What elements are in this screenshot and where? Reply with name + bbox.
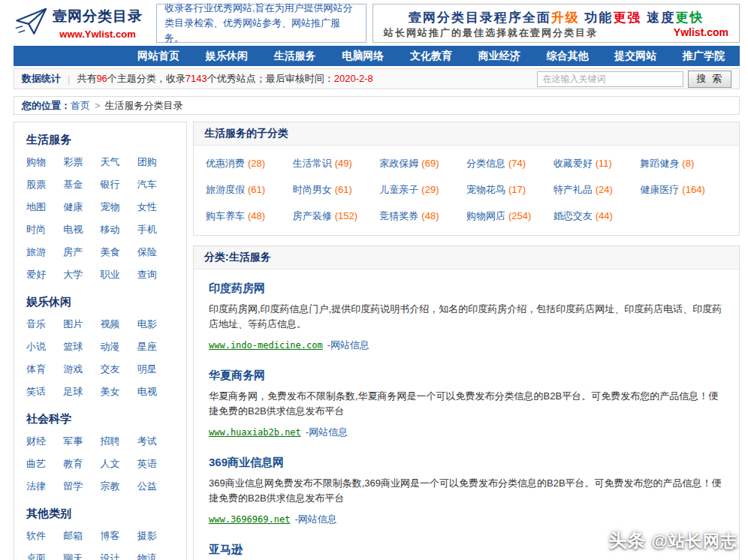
subcategory-link[interactable]: 房产装修: [293, 210, 332, 221]
sidebar-link[interactable]: 篮球: [63, 340, 100, 354]
subcategory-link[interactable]: 宠物花鸟: [466, 184, 505, 195]
site-info-link[interactable]: -网站信息: [306, 426, 348, 438]
sidebar-link[interactable]: 视频: [101, 318, 137, 331]
sidebar-link[interactable]: 天气: [101, 155, 137, 169]
subcategory-link[interactable]: 婚恋交友: [553, 210, 593, 221]
sidebar-link[interactable]: 动漫: [101, 340, 137, 354]
sidebar-link[interactable]: 爱好: [26, 268, 63, 282]
subcategory-link[interactable]: 时尚男女: [293, 184, 332, 195]
sidebar-link[interactable]: 招聘: [101, 435, 137, 448]
sidebar-link[interactable]: 笑话: [26, 385, 63, 399]
site-title-link[interactable]: 华夏商务网: [209, 369, 265, 383]
sidebar-link[interactable]: 留学: [63, 480, 100, 493]
search-button[interactable]: 搜 索: [688, 71, 731, 88]
sidebar-link[interactable]: 移动: [101, 223, 137, 236]
site-title-link[interactable]: 亚马逊: [209, 543, 243, 557]
breadcrumb-home-link[interactable]: 首页: [71, 99, 90, 113]
sidebar-link[interactable]: 设计: [101, 552, 137, 560]
sidebar-link[interactable]: 财经: [26, 435, 63, 448]
sidebar-link[interactable]: 电视: [137, 385, 174, 399]
subcategory-link[interactable]: 健康医疗: [640, 184, 679, 195]
sidebar-link[interactable]: 公益: [137, 480, 174, 493]
sidebar-link[interactable]: 保险: [137, 245, 174, 259]
nav-item[interactable]: 提交网站: [614, 50, 656, 63]
subcategory-link[interactable]: 收藏爱好: [553, 158, 593, 169]
sidebar-link[interactable]: 聊天: [63, 552, 100, 560]
subcategory-link[interactable]: 儿童亲子: [379, 184, 418, 195]
site-url-link[interactable]: www.3696969.net: [209, 514, 290, 525]
site-info-link[interactable]: -网站信息: [327, 339, 369, 351]
sidebar-link[interactable]: 购物: [26, 155, 63, 169]
subcategory-link[interactable]: 优惠消费: [206, 158, 245, 169]
site-title-link[interactable]: 印度药房网: [209, 282, 265, 296]
sidebar-link[interactable]: 彩票: [63, 155, 100, 169]
search-input[interactable]: [537, 71, 683, 87]
subcategory-link[interactable]: 分类信息: [466, 158, 505, 169]
sidebar-link[interactable]: 军事: [63, 435, 100, 448]
sidebar-link[interactable]: 图片: [63, 318, 100, 331]
sidebar-link[interactable]: 旅游: [26, 245, 63, 259]
nav-item[interactable]: 电脑网络: [342, 50, 384, 63]
site-title-link[interactable]: 369商业信息网: [209, 456, 284, 470]
sidebar-link[interactable]: 博客: [101, 529, 137, 543]
subcategory-link[interactable]: 舞蹈健身: [640, 158, 679, 169]
sidebar-link[interactable]: 英语: [137, 457, 174, 471]
sidebar-link[interactable]: 宗教: [101, 480, 137, 493]
sidebar-link[interactable]: 地图: [26, 200, 63, 214]
nav-item[interactable]: 文化教育: [410, 50, 452, 63]
sidebar-link[interactable]: 软件: [26, 529, 63, 543]
subcategory-link[interactable]: 家政保姆: [379, 158, 418, 169]
sidebar-link[interactable]: 职业: [101, 268, 137, 282]
sidebar-link[interactable]: 桌面: [26, 552, 63, 560]
sidebar-link[interactable]: 美女: [101, 385, 137, 399]
sidebar-link[interactable]: 小说: [26, 340, 63, 354]
sidebar-link[interactable]: 法律: [26, 480, 63, 493]
nav-item[interactable]: 综合其他: [547, 50, 589, 63]
sidebar-link[interactable]: 游戏: [63, 363, 100, 376]
subcategory-link[interactable]: 购物网店: [466, 210, 505, 221]
nav-item[interactable]: 生活服务: [274, 50, 316, 63]
sidebar-link[interactable]: 音乐: [26, 318, 63, 331]
site-logo[interactable]: 壹网分类目录 www.Ywlist.com: [14, 4, 150, 43]
sidebar-link[interactable]: 团购: [137, 155, 174, 169]
sidebar-link[interactable]: 汽车: [137, 178, 174, 191]
sidebar-link[interactable]: 足球: [63, 385, 100, 399]
sidebar-link[interactable]: 房产: [63, 245, 100, 259]
sidebar-link[interactable]: 邮箱: [63, 529, 100, 543]
sidebar-link[interactable]: 教育: [63, 457, 100, 471]
sidebar-link[interactable]: 股票: [26, 178, 63, 191]
sidebar-link[interactable]: 考试: [137, 435, 174, 448]
nav-item[interactable]: 娱乐休闲: [206, 50, 248, 63]
sidebar-link[interactable]: 电影: [137, 318, 174, 331]
sidebar-link[interactable]: 星座: [137, 340, 174, 354]
sidebar-link[interactable]: 女性: [137, 200, 174, 214]
sidebar-link[interactable]: 曲艺: [26, 457, 63, 471]
sidebar-link[interactable]: 银行: [101, 178, 137, 191]
sidebar-link[interactable]: 手机: [137, 223, 174, 236]
nav-item[interactable]: 商业经济: [478, 50, 520, 63]
sidebar-link[interactable]: 物流: [137, 552, 174, 560]
subcategory-link[interactable]: 特产礼品: [553, 184, 593, 195]
site-info-link[interactable]: -网站信息: [294, 513, 336, 525]
subcategory-link[interactable]: 旅游度假: [206, 184, 245, 195]
subcategory-link[interactable]: 竞猜奖券: [379, 210, 418, 221]
sidebar-link[interactable]: 明星: [137, 363, 174, 376]
sidebar-link[interactable]: 电视: [63, 223, 100, 236]
sidebar-link[interactable]: 基金: [63, 178, 100, 191]
subcategory-link[interactable]: 购车养车: [206, 210, 245, 221]
site-url-link[interactable]: www.indo-medicine.com: [209, 340, 323, 351]
sidebar-link[interactable]: 大学: [63, 268, 100, 282]
site-url-link[interactable]: www.huaxiab2b.net: [209, 427, 301, 438]
sidebar-link[interactable]: 健康: [63, 200, 100, 214]
sidebar-link[interactable]: 体育: [26, 363, 63, 376]
sidebar-link[interactable]: 时尚: [26, 223, 63, 236]
subcategory-link[interactable]: 生活常识: [293, 158, 332, 169]
sidebar-link[interactable]: 交友: [101, 363, 137, 376]
sidebar-link[interactable]: 摄影: [137, 529, 174, 543]
sidebar-link[interactable]: 美食: [101, 245, 137, 259]
nav-item[interactable]: 网站首页: [137, 50, 179, 63]
nav-item[interactable]: 推广学院: [683, 50, 725, 63]
sidebar-link[interactable]: 宠物: [101, 200, 137, 214]
sidebar-link[interactable]: 人文: [101, 457, 137, 471]
sidebar-link[interactable]: 查询: [137, 268, 174, 282]
